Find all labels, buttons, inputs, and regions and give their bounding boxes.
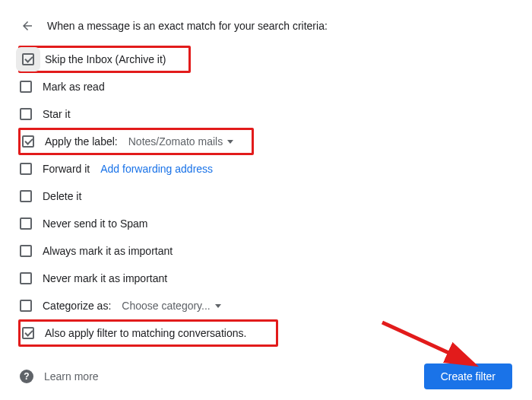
chevron-down-icon	[227, 140, 233, 144]
label-star: Star it	[43, 108, 71, 120]
back-button[interactable]	[20, 18, 35, 33]
category-dropdown-value: Choose category...	[122, 300, 210, 312]
chevron-down-icon	[215, 304, 221, 308]
checkbox-delete[interactable]	[20, 190, 32, 202]
label-dropdown[interactable]: Notes/Zomato mails	[128, 135, 233, 148]
label-categorize: Categorize as:	[43, 300, 111, 312]
label-mark-read: Mark as read	[43, 81, 105, 93]
checkbox-star[interactable]	[20, 108, 32, 120]
option-also-apply[interactable]: Also apply filter to matching conversati…	[18, 319, 278, 347]
option-never-important[interactable]: Never mark it as important	[18, 265, 514, 292]
header-title: When a message is an exact match for you…	[47, 20, 328, 32]
label-dropdown-value: Notes/Zomato mails	[128, 135, 223, 148]
label-never-spam: Never send it to Spam	[43, 217, 148, 230]
label-never-important: Never mark it as important	[43, 272, 167, 284]
label-delete: Delete it	[43, 190, 81, 202]
option-categorize[interactable]: Categorize as: Choose category...	[18, 292, 514, 319]
add-forwarding-link[interactable]: Add forwarding address	[100, 163, 213, 175]
checkbox-also-apply[interactable]	[22, 327, 34, 339]
option-never-spam[interactable]: Never send it to Spam	[18, 210, 514, 237]
checkbox-never-important[interactable]	[20, 272, 32, 284]
label-always-important: Always mark it as important	[43, 245, 173, 257]
checkbox-apply-label[interactable]	[22, 135, 34, 148]
option-delete[interactable]: Delete it	[18, 183, 514, 210]
checkbox-always-important[interactable]	[20, 245, 32, 257]
create-filter-button[interactable]: Create filter	[424, 363, 512, 389]
label-forward: Forward it	[43, 163, 90, 175]
option-mark-read[interactable]: Mark as read	[18, 73, 514, 100]
learn-more-label: Learn more	[44, 370, 99, 383]
label-skip-inbox: Skip the Inbox (Archive it)	[45, 53, 166, 65]
checkbox-never-spam[interactable]	[20, 217, 32, 230]
checkbox-mark-read[interactable]	[20, 81, 32, 93]
option-skip-inbox[interactable]: Skip the Inbox (Archive it)	[18, 46, 191, 73]
label-apply-label: Apply the label:	[45, 135, 118, 148]
label-also-apply: Also apply filter to matching conversati…	[45, 327, 246, 339]
arrow-left-icon	[21, 19, 34, 33]
option-star[interactable]: Star it	[18, 100, 514, 128]
checkbox-forward[interactable]	[20, 163, 32, 175]
option-always-important[interactable]: Always mark it as important	[18, 237, 514, 265]
option-forward[interactable]: Forward it Add forwarding address	[18, 155, 514, 183]
learn-more-link[interactable]: ? Learn more	[20, 370, 99, 383]
option-apply-label[interactable]: Apply the label: Notes/Zomato mails	[18, 128, 254, 155]
help-icon: ?	[20, 370, 33, 383]
checkbox-categorize[interactable]	[20, 300, 32, 312]
category-dropdown[interactable]: Choose category...	[122, 300, 220, 312]
checkbox-skip-inbox[interactable]	[22, 53, 34, 65]
